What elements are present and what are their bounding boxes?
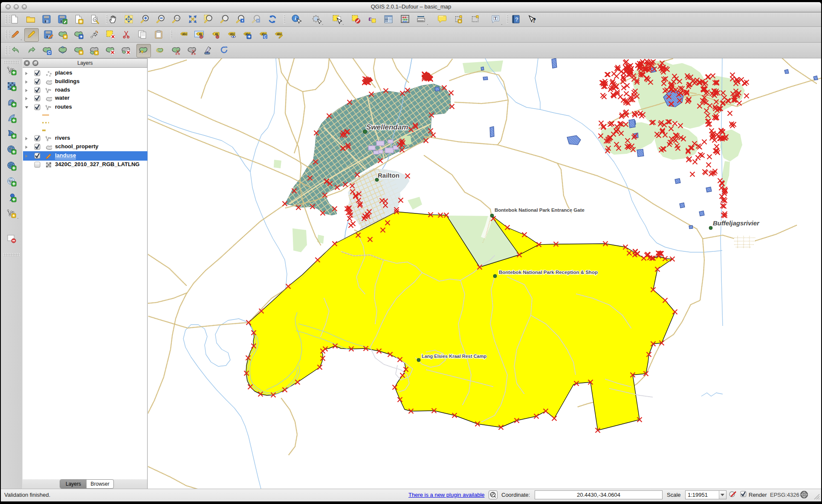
svg-text:?: ? bbox=[515, 16, 518, 23]
svg-text:?: ? bbox=[533, 17, 536, 24]
svg-text:Bontebok National Park Recepti: Bontebok National Park Reception & Shop bbox=[499, 270, 598, 275]
svg-text:Swellendam: Swellendam bbox=[366, 123, 408, 131]
svg-text:abc: abc bbox=[182, 32, 187, 35]
svg-text:Buffeljagsrivier: Buffeljagsrivier bbox=[713, 219, 760, 227]
svg-text:1:1: 1:1 bbox=[175, 17, 179, 20]
svg-text:Lang Elsies Kraal Rest Camp: Lang Elsies Kraal Rest Camp bbox=[422, 354, 487, 359]
svg-text:Railton: Railton bbox=[378, 172, 399, 179]
svg-text:Bontebok National Park Entranc: Bontebok National Park Entrance Gate bbox=[495, 207, 585, 213]
svg-text:ε: ε bbox=[368, 14, 371, 23]
svg-text:abc: abc bbox=[230, 32, 235, 35]
svg-text:T: T bbox=[494, 16, 497, 20]
svg-text:ab: ab bbox=[199, 32, 202, 35]
svg-text:abc: abc bbox=[277, 32, 282, 35]
svg-text:ab: ab bbox=[215, 32, 218, 35]
